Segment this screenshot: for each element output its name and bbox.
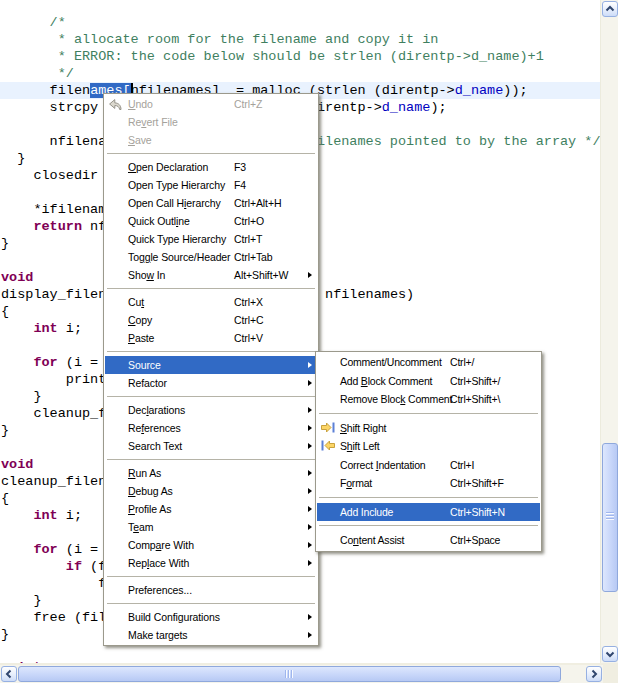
menu-item-label: Revert File [128, 116, 178, 128]
menu-shortcut: Ctrl+/ [450, 353, 474, 372]
menu-item-comment-uncomment[interactable]: Comment/UncommentCtrl+/ [317, 353, 540, 372]
menu-item-open-call-hierarchy[interactable]: Open Call HierarchyCtrl+Alt+H [105, 194, 317, 212]
menu-item-content-assist[interactable]: Content AssistCtrl+Space [317, 531, 540, 550]
context-menu: UndoCtrl+ZRevert FileSaveOpen Declaratio… [103, 93, 319, 646]
menu-item-quick-type-hierarchy[interactable]: Quick Type HierarchyCtrl+T [105, 230, 317, 248]
horizontal-scroll-thumb[interactable] [18, 666, 561, 682]
menu-shortcut: Ctrl+O [234, 212, 264, 230]
menu-item-revert-file[interactable]: Revert File [105, 113, 317, 131]
menu-item-label: Run As [128, 467, 161, 479]
menu-item-label: Correct Indentation [340, 459, 426, 471]
code-line: * ERROR: the code below should be strlen… [1, 48, 601, 65]
menu-item-label: Quick Type Hierarchy [128, 233, 226, 245]
chevron-right-icon [588, 668, 600, 680]
menu-shortcut: Ctrl+Shift+F [450, 474, 504, 493]
menu-item-label: Make targets [128, 629, 188, 641]
submenu-arrow-icon [308, 380, 312, 386]
shift-right-icon [320, 421, 337, 435]
menu-item-copy[interactable]: CopyCtrl+C [105, 311, 317, 329]
scroll-right-button[interactable] [586, 666, 602, 682]
menu-separator [105, 599, 317, 608]
menu-item-show-in[interactable]: Show InAlt+Shift+W [105, 266, 317, 284]
submenu-arrow-icon [308, 470, 312, 476]
menu-item-debug-as[interactable]: Debug As [105, 482, 317, 500]
menu-shortcut: Ctrl+V [234, 329, 263, 347]
menu-item-profile-as[interactable]: Profile As [105, 500, 317, 518]
menu-item-label: Profile As [128, 503, 171, 515]
menu-separator [317, 409, 540, 419]
menu-item-team[interactable]: Team [105, 518, 317, 536]
menu-item-label: Search Text [128, 440, 182, 452]
menu-item-open-type-hierarchy[interactable]: Open Type HierarchyF4 [105, 176, 317, 194]
menu-item-label: Open Type Hierarchy [128, 179, 225, 191]
menu-item-search-text[interactable]: Search Text [105, 437, 317, 455]
menu-item-refactor[interactable]: Refactor [105, 374, 317, 392]
menu-item-remove-block-comment[interactable]: Remove Block CommentCtrl+Shift+\ [317, 390, 540, 409]
menu-item-source[interactable]: Source [105, 356, 317, 374]
submenu-arrow-icon [308, 524, 312, 530]
menu-item-declarations[interactable]: Declarations [105, 401, 317, 419]
menu-item-run-as[interactable]: Run As [105, 464, 317, 482]
menu-item-label: Preferences... [128, 584, 192, 596]
menu-separator [105, 392, 317, 401]
menu-item-build-configurations[interactable]: Build Configurations [105, 608, 317, 626]
menu-shortcut: Ctrl+Tab [234, 248, 273, 266]
menu-item-correct-indentation[interactable]: Correct IndentationCtrl+I [317, 456, 540, 475]
menu-item-label: Show In [128, 269, 165, 281]
menu-shortcut: Ctrl+Shift+N [450, 503, 505, 522]
code-line: /* [1, 14, 601, 31]
menu-item-label: Toggle Source/Header [128, 251, 231, 263]
submenu-arrow-icon [308, 407, 312, 413]
menu-item-label: Comment/Uncomment [340, 356, 442, 368]
menu-item-cut[interactable]: CutCtrl+X [105, 293, 317, 311]
menu-item-label: Shift Left [340, 440, 379, 452]
menu-item-shift-left[interactable]: Shift Left [317, 437, 540, 456]
menu-item-format[interactable]: FormatCtrl+Shift+F [317, 474, 540, 493]
shift-left-icon [320, 439, 337, 453]
menu-item-make-targets[interactable]: Make targets [105, 626, 317, 644]
menu-item-replace-with[interactable]: Replace With [105, 554, 317, 572]
submenu-arrow-icon [308, 560, 312, 566]
menu-separator [105, 455, 317, 464]
menu-separator [317, 493, 540, 503]
menu-item-label: Content Assist [340, 534, 404, 546]
menu-item-label: Add Block Comment [340, 375, 432, 387]
menu-item-save[interactable]: Save [105, 131, 317, 149]
chevron-up-icon [604, 3, 616, 15]
menu-shortcut: Ctrl+Shift+/ [450, 372, 500, 391]
vertical-scroll-thumb[interactable] [602, 443, 618, 592]
menu-item-label: Open Declaration [128, 161, 208, 173]
menu-item-add-include[interactable]: Add IncludeCtrl+Shift+N [317, 503, 540, 522]
scroll-down-button[interactable] [602, 646, 618, 662]
menu-item-shift-right[interactable]: Shift Right [317, 419, 540, 438]
menu-shortcut: Ctrl+Z [234, 95, 262, 113]
menu-item-add-block-comment[interactable]: Add Block CommentCtrl+Shift+/ [317, 372, 540, 391]
scroll-left-button[interactable] [1, 666, 17, 682]
menu-item-open-declaration[interactable]: Open DeclarationF3 [105, 158, 317, 176]
menu-shortcut: F3 [234, 158, 246, 176]
menu-item-references[interactable]: References [105, 419, 317, 437]
menu-item-compare-with[interactable]: Compare With [105, 536, 317, 554]
chevron-left-icon [3, 668, 15, 680]
menu-item-preferences[interactable]: Preferences... [105, 581, 317, 599]
code-line: int [1, 659, 601, 663]
menu-item-quick-outline[interactable]: Quick OutlineCtrl+O [105, 212, 317, 230]
menu-item-toggle-source-header[interactable]: Toggle Source/HeaderCtrl+Tab [105, 248, 317, 266]
menu-item-label: Build Configurations [128, 611, 220, 623]
menu-shortcut: Alt+Shift+W [234, 266, 288, 284]
menu-shortcut: Ctrl+Shift+\ [450, 390, 500, 409]
menu-item-label: Add Include [340, 506, 393, 518]
thumb-grip [285, 670, 294, 678]
scroll-up-button[interactable] [602, 1, 618, 17]
menu-item-label: Open Call Hierarchy [128, 197, 221, 209]
submenu-arrow-icon [308, 425, 312, 431]
menu-shortcut: F4 [234, 176, 246, 194]
horizontal-scrollbar[interactable] [0, 665, 603, 683]
menu-item-paste[interactable]: PasteCtrl+V [105, 329, 317, 347]
code-line: * allocate room for the filename and cop… [1, 31, 601, 48]
menu-item-label: Undo [128, 98, 153, 110]
menu-item-undo[interactable]: UndoCtrl+Z [105, 95, 317, 113]
menu-separator [105, 284, 317, 293]
vertical-scrollbar[interactable] [600, 0, 618, 663]
menu-item-label: Declarations [128, 404, 185, 416]
